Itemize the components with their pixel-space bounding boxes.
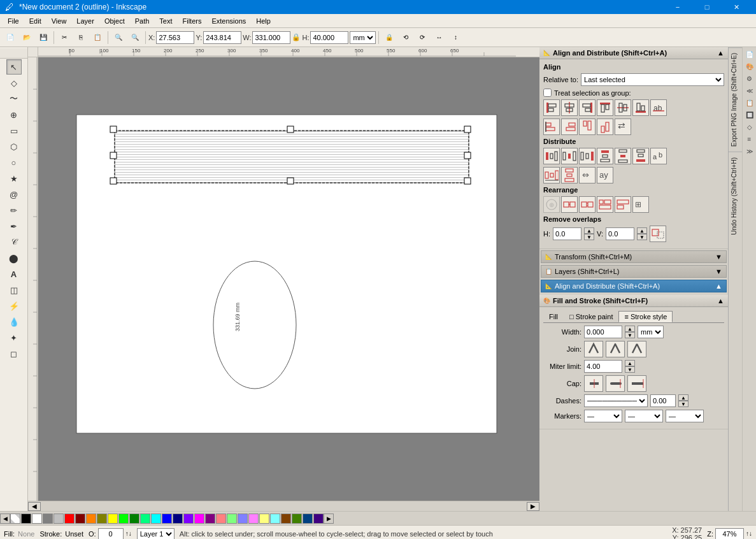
dashes-down[interactable]: ▼ (678, 401, 688, 407)
pencil-tool[interactable]: ✏ (6, 203, 22, 218)
swatch-periwinkle[interactable] (238, 514, 248, 524)
paste-btn[interactable]: 📋 (90, 30, 105, 45)
close-button[interactable]: ✕ (722, 0, 751, 14)
swatch-blue[interactable] (162, 514, 172, 524)
swatch-lime[interactable] (118, 514, 129, 524)
swatch-cyan[interactable] (151, 514, 161, 524)
rearrange-shuffle-btn[interactable] (561, 196, 578, 213)
palette-scroll-right[interactable]: ▶ (324, 514, 334, 524)
selector-tool[interactable]: ↖ (6, 59, 22, 75)
dock-paste-btn[interactable]: 📋 (744, 97, 755, 108)
swatch-orange[interactable] (86, 514, 96, 524)
overlap-v-input[interactable] (606, 227, 634, 240)
transform-collapse-icon[interactable]: ▼ (715, 253, 722, 261)
menu-text[interactable]: Text (154, 16, 177, 26)
spiral-tool[interactable]: @ (6, 187, 22, 202)
dock-snap-btn[interactable]: 🔲 (744, 109, 755, 120)
export-png-tab[interactable]: Export PNG Image (Shift+Ctrl+E) (729, 47, 742, 152)
swatch-maroon[interactable] (75, 514, 85, 524)
cap-square-btn[interactable] (627, 375, 646, 392)
dashes-offset-input[interactable] (650, 394, 676, 407)
menu-help[interactable]: Help (251, 16, 276, 26)
undo-history-tab[interactable]: Undo History (Shift+Ctrl+H) (729, 152, 742, 240)
fill-stroke-header[interactable]: 🎨 Fill and Stroke (Shift+Ctrl+F) ▲ (539, 295, 728, 307)
dist-top-btn[interactable] (597, 148, 613, 164)
opacity-input[interactable] (98, 528, 124, 540)
swatch-brown[interactable] (281, 514, 291, 524)
swatch-purple[interactable] (205, 514, 215, 524)
join-round-btn[interactable] (606, 341, 625, 357)
mirror-v-btn[interactable]: ↕ (448, 30, 463, 45)
eraser-tool[interactable]: ◻ (6, 346, 22, 361)
relative-to-select[interactable]: Last selected First selected Smallest ob… (581, 73, 724, 86)
dist-bottom-btn[interactable] (632, 148, 649, 164)
overlap-v-down[interactable]: ▼ (637, 234, 647, 240)
align-panel-collapsed[interactable]: 📐 Align and Distribute (Shift+Ctrl+A) ▲ (541, 280, 727, 292)
y-input[interactable] (203, 31, 241, 44)
horizontal-scrollbar[interactable]: ◀ ▶ (28, 501, 539, 511)
node-tool[interactable]: ◇ (6, 75, 22, 90)
overlap-h-up[interactable]: ▲ (584, 227, 594, 234)
open-btn[interactable]: 📂 (19, 30, 34, 45)
swatch-gray[interactable] (43, 514, 53, 524)
palette-scroll-left[interactable]: ◀ (0, 514, 10, 524)
remove-overlaps-btn[interactable] (650, 226, 666, 242)
rearrange-exchange2-btn[interactable] (579, 196, 596, 213)
treat-group-check[interactable] (543, 89, 552, 97)
align-center-h-btn[interactable] (561, 99, 578, 116)
layers-panel-collapsed[interactable]: 📋 Layers (Shift+Ctrl+L) ▼ (541, 265, 727, 278)
dock-filter-btn[interactable]: ⚙ (744, 73, 755, 84)
align-left-anchors-btn[interactable] (543, 119, 560, 135)
dashes-select[interactable]: ────────── - - - - - - · · · · · · (584, 394, 648, 407)
zoom-input[interactable] (715, 528, 744, 540)
dropper-tool[interactable]: 💧 (6, 314, 22, 329)
width-up[interactable]: ▲ (625, 326, 635, 332)
fill-tab[interactable]: Fill (543, 311, 564, 322)
rearrange-exchange-btn[interactable]: ⊕ (543, 196, 560, 213)
join-bevel-btn[interactable] (627, 341, 646, 357)
spray-tool[interactable]: ✦ (6, 330, 22, 345)
connector-tool[interactable]: ⚡ (6, 298, 22, 313)
mirror-h-btn[interactable]: ↔ (431, 30, 446, 45)
fill-stroke-collapse-btn[interactable]: ▲ (717, 297, 724, 305)
dist-eq-h-btn[interactable] (543, 167, 560, 183)
menu-object[interactable]: Object (99, 16, 130, 26)
new-btn[interactable]: 📄 (3, 30, 18, 45)
lock-ratio-btn[interactable]: 🔒 (382, 30, 397, 45)
overlap-h-input[interactable] (553, 227, 581, 240)
dist-left-btn[interactable] (543, 148, 560, 164)
stroke-style-tab[interactable]: ≡ Stroke style (618, 311, 673, 322)
ellipse-tool[interactable]: ○ (6, 155, 22, 170)
dashes-up[interactable]: ▲ (678, 394, 688, 401)
tweak-tool[interactable]: 〜 (6, 91, 22, 106)
menu-filters[interactable]: Filters (178, 16, 207, 26)
swatch-green[interactable] (129, 514, 139, 524)
dist-exchange-btn[interactable]: ay (597, 167, 613, 183)
align-panel-expand-icon[interactable]: ▲ (715, 282, 722, 290)
swatch-navy[interactable] (173, 514, 183, 524)
scroll-left-btn[interactable]: ◀ (28, 502, 41, 511)
menu-extensions[interactable]: Extensions (206, 16, 251, 26)
scroll-right-btn[interactable]: ▶ (527, 502, 539, 511)
swatch-light-cyan[interactable] (270, 514, 280, 524)
dist-center-v-btn[interactable] (615, 148, 631, 164)
dock-new-btn[interactable]: 📄 (744, 48, 755, 60)
cap-round-btn[interactable] (606, 375, 625, 392)
gradient-tool[interactable]: ◫ (6, 282, 22, 298)
overlap-v-up[interactable]: ▲ (637, 227, 647, 234)
swatch-red[interactable] (64, 514, 75, 524)
swatch-black[interactable] (21, 514, 31, 524)
zoom-in-btn[interactable]: 🔍 (111, 30, 126, 45)
maximize-button[interactable]: □ (692, 0, 722, 14)
rearrange-sort3-btn[interactable]: ⊞ (632, 196, 649, 213)
unit-select[interactable]: mm px pt (350, 31, 376, 44)
zoom-tool[interactable]: ⊕ (6, 107, 22, 122)
swatch-light-yellow[interactable] (259, 514, 269, 524)
swatch-steel-blue[interactable] (303, 514, 313, 524)
cut-btn[interactable]: ✂ (57, 30, 72, 45)
rect-tool[interactable]: ▭ (6, 123, 22, 138)
markers-end-select[interactable]: — (666, 410, 704, 422)
rearrange-sort2-btn[interactable] (615, 196, 631, 213)
align-right-anchors-btn[interactable] (561, 119, 578, 135)
stroke-paint-tab[interactable]: □ Stroke paint (564, 311, 618, 322)
